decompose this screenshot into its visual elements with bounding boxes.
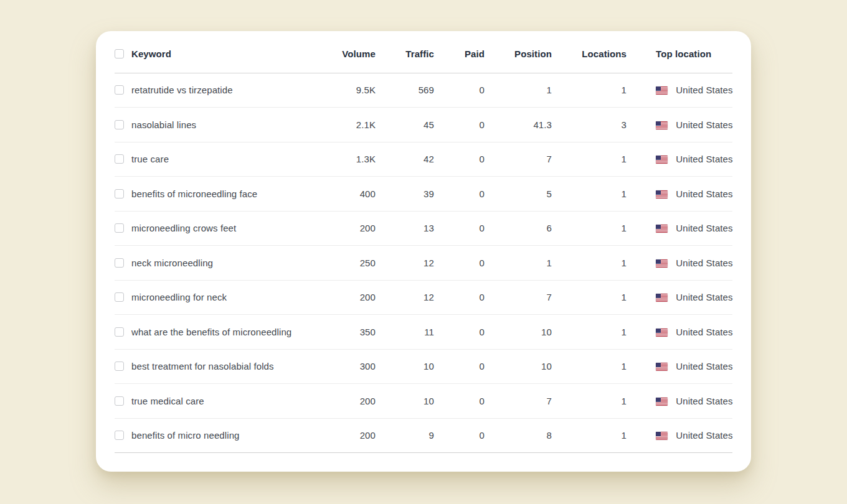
us-flag-icon	[656, 190, 668, 198]
top-location-text: United States	[676, 292, 732, 302]
column-header-volume[interactable]: Volume	[313, 31, 376, 73]
position-cell: 7	[485, 384, 552, 419]
keyword-text: best treatment for nasolabial folds	[131, 361, 274, 371]
keyword-text: retatrutide vs tirzepatide	[131, 85, 233, 95]
keyword-cell: benefits of micro needling	[115, 418, 313, 453]
keyword-cell: what are the benefits of microneedling	[115, 315, 313, 350]
locations-cell: 1	[552, 280, 627, 315]
volume-cell: 200	[313, 280, 376, 315]
keyword-text: true medical care	[131, 396, 204, 406]
row-checkbox[interactable]	[115, 223, 124, 233]
row-checkbox[interactable]	[115, 120, 124, 129]
keyword-cell: nasolabial lines	[115, 108, 313, 142]
traffic-cell: 9	[376, 418, 434, 453]
us-flag-icon	[656, 86, 668, 95]
row-checkbox[interactable]	[115, 327, 124, 337]
locations-cell: 1	[552, 349, 627, 384]
traffic-cell: 45	[376, 108, 434, 142]
paid-cell: 0	[434, 211, 485, 246]
keyword-text: microneedling for neck	[131, 292, 227, 302]
traffic-cell: 42	[376, 142, 434, 177]
top-location-cell: United States	[627, 280, 732, 315]
keyword-text: benefits of micro needling	[131, 430, 240, 441]
top-location-cell: United States	[627, 108, 732, 142]
keyword-cell: neck microneedling	[115, 246, 313, 281]
us-flag-icon	[656, 329, 668, 337]
keywords-table: Keyword Volume Traffic Paid Position Loc…	[115, 31, 732, 453]
keyword-cell: microneedling for neck	[115, 280, 313, 315]
us-flag-icon	[656, 225, 668, 233]
column-header-position[interactable]: Position	[485, 31, 552, 73]
paid-cell: 0	[434, 280, 485, 315]
locations-cell: 1	[552, 142, 627, 177]
position-cell: 1	[485, 246, 552, 281]
keyword-text: neck microneedling	[131, 258, 213, 268]
position-cell: 8	[485, 418, 552, 453]
traffic-cell: 13	[376, 211, 434, 246]
column-header-top-location[interactable]: Top location	[627, 31, 732, 73]
keyword-text: nasolabial lines	[131, 119, 196, 130]
table-row: benefits of microneedling face 400 39 0 …	[115, 177, 732, 212]
keyword-cell: true medical care	[115, 384, 313, 419]
top-location-cell: United States	[627, 349, 732, 384]
paid-cell: 0	[434, 315, 485, 350]
row-checkbox[interactable]	[115, 189, 124, 198]
select-all-checkbox[interactable]	[115, 49, 124, 58]
table-row: true medical care 200 10 0 7 1 United St…	[115, 384, 732, 419]
keyword-text: microneedling crows feet	[131, 223, 236, 233]
paid-cell: 0	[434, 177, 485, 212]
top-location-text: United States	[676, 154, 732, 164]
position-cell: 41.3	[485, 108, 552, 142]
us-flag-icon	[656, 432, 668, 440]
volume-cell: 2.1K	[313, 108, 376, 142]
top-location-text: United States	[676, 396, 732, 406]
locations-cell: 1	[552, 315, 627, 350]
keyword-cell: best treatment for nasolabial folds	[115, 349, 313, 384]
column-header-keyword[interactable]: Keyword	[115, 31, 313, 73]
position-cell: 7	[485, 142, 552, 177]
top-location-cell: United States	[627, 384, 732, 419]
us-flag-icon	[656, 156, 668, 164]
row-checkbox[interactable]	[115, 258, 124, 268]
top-location-text: United States	[676, 189, 732, 199]
top-location-cell: United States	[627, 73, 732, 108]
keyword-text: true care	[131, 154, 169, 164]
paid-cell: 0	[434, 142, 485, 177]
traffic-cell: 12	[376, 280, 434, 315]
position-cell: 1	[485, 73, 552, 108]
traffic-cell: 11	[376, 315, 434, 350]
locations-cell: 1	[552, 246, 627, 281]
us-flag-icon	[656, 363, 668, 371]
volume-cell: 400	[313, 177, 376, 212]
keyword-cell: retatrutide vs tirzepatide	[115, 73, 313, 108]
position-cell: 6	[485, 211, 552, 246]
keyword-cell: benefits of microneedling face	[115, 177, 313, 212]
row-checkbox[interactable]	[115, 431, 124, 440]
column-header-locations[interactable]: Locations	[552, 31, 627, 73]
row-checkbox[interactable]	[115, 292, 124, 302]
locations-cell: 1	[552, 177, 627, 212]
paid-cell: 0	[434, 349, 485, 384]
volume-cell: 350	[313, 315, 376, 350]
row-checkbox[interactable]	[115, 362, 124, 371]
top-location-text: United States	[676, 85, 732, 95]
column-header-paid[interactable]: Paid	[434, 31, 485, 73]
volume-cell: 1.3K	[313, 142, 376, 177]
table-header: Keyword Volume Traffic Paid Position Loc…	[115, 31, 732, 73]
table-row: retatrutide vs tirzepatide 9.5K 569 0 1 …	[115, 73, 732, 108]
table-row: microneedling for neck 200 12 0 7 1 Unit…	[115, 280, 732, 315]
top-location-cell: United States	[627, 142, 732, 177]
locations-cell: 1	[552, 211, 627, 246]
keyword-text: what are the benefits of microneedling	[131, 327, 291, 337]
us-flag-icon	[656, 398, 668, 406]
paid-cell: 0	[434, 73, 485, 108]
us-flag-icon	[656, 294, 668, 302]
keyword-cell: microneedling crows feet	[115, 211, 313, 246]
column-header-traffic[interactable]: Traffic	[376, 31, 434, 73]
row-checkbox[interactable]	[115, 154, 124, 164]
locations-cell: 3	[552, 108, 627, 142]
row-checkbox[interactable]	[115, 85, 124, 95]
row-checkbox[interactable]	[115, 396, 124, 406]
top-location-text: United States	[676, 119, 732, 130]
keyword-text: benefits of microneedling face	[131, 189, 257, 199]
